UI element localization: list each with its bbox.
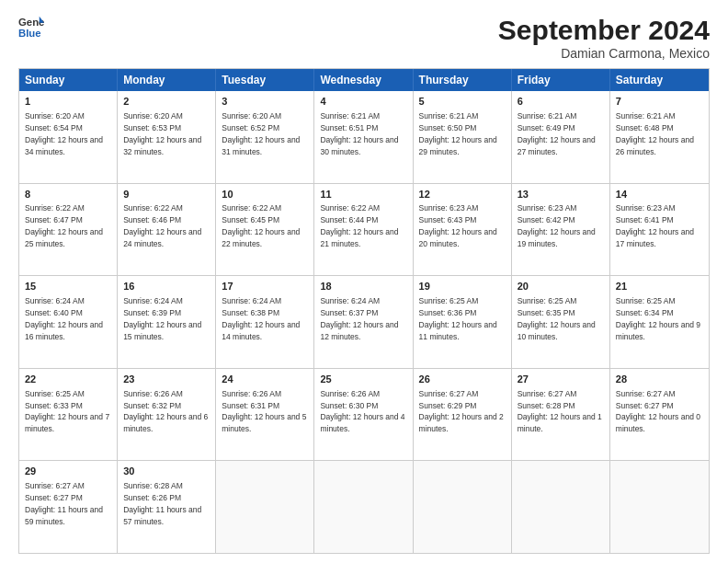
day-1: 1 Sunrise: 6:20 AMSunset: 6:54 PMDayligh… (19, 91, 118, 183)
col-monday: Monday (118, 69, 216, 91)
col-wednesday: Wednesday (314, 69, 413, 91)
empty-cell-3 (414, 461, 512, 553)
day-5: 5 Sunrise: 6:21 AMSunset: 6:50 PMDayligh… (414, 91, 512, 183)
day-15: 15 Sunrise: 6:24 AMSunset: 6:40 PMDaylig… (19, 276, 118, 368)
week-row-1: 1 Sunrise: 6:20 AMSunset: 6:54 PMDayligh… (19, 91, 709, 184)
calendar-header-row: Sunday Monday Tuesday Wednesday Thursday… (19, 69, 709, 91)
day-14: 14 Sunrise: 6:23 AMSunset: 6:41 PMDaylig… (610, 184, 709, 276)
day-8: 8 Sunrise: 6:22 AMSunset: 6:47 PMDayligh… (19, 184, 118, 276)
day-27: 27 Sunrise: 6:27 AMSunset: 6:28 PMDaylig… (512, 369, 610, 461)
empty-cell-2 (314, 461, 413, 553)
day-10: 10 Sunrise: 6:22 AMSunset: 6:45 PMDaylig… (216, 184, 314, 276)
calendar: Sunday Monday Tuesday Wednesday Thursday… (18, 68, 710, 554)
week-row-3: 15 Sunrise: 6:24 AMSunset: 6:40 PMDaylig… (19, 276, 709, 369)
col-sunday: Sunday (19, 69, 118, 91)
day-2: 2 Sunrise: 6:20 AMSunset: 6:53 PMDayligh… (118, 91, 216, 183)
logo: General Blue (18, 15, 44, 40)
empty-cell-1 (216, 461, 314, 553)
day-28: 28 Sunrise: 6:27 AMSunset: 6:27 PMDaylig… (610, 369, 709, 461)
day-25: 25 Sunrise: 6:26 AMSunset: 6:30 PMDaylig… (314, 369, 413, 461)
day-9: 9 Sunrise: 6:22 AMSunset: 6:46 PMDayligh… (118, 184, 216, 276)
page: General Blue September 2024 Damian Carmo… (0, 0, 728, 563)
day-13: 13 Sunrise: 6:23 AMSunset: 6:42 PMDaylig… (512, 184, 610, 276)
week-row-4: 22 Sunrise: 6:25 AMSunset: 6:33 PMDaylig… (19, 369, 709, 462)
empty-cell-4 (512, 461, 610, 553)
day-19: 19 Sunrise: 6:25 AMSunset: 6:36 PMDaylig… (414, 276, 512, 368)
col-friday: Friday (512, 69, 610, 91)
day-30: 30 Sunrise: 6:28 AMSunset: 6:26 PMDaylig… (118, 461, 216, 553)
col-tuesday: Tuesday (216, 69, 314, 91)
day-11: 11 Sunrise: 6:22 AMSunset: 6:44 PMDaylig… (314, 184, 413, 276)
day-6: 6 Sunrise: 6:21 AMSunset: 6:49 PMDayligh… (512, 91, 610, 183)
day-24: 24 Sunrise: 6:26 AMSunset: 6:31 PMDaylig… (216, 369, 314, 461)
day-12: 12 Sunrise: 6:23 AMSunset: 6:43 PMDaylig… (414, 184, 512, 276)
header: General Blue September 2024 Damian Carmo… (18, 15, 710, 61)
day-18: 18 Sunrise: 6:24 AMSunset: 6:37 PMDaylig… (314, 276, 413, 368)
day-23: 23 Sunrise: 6:26 AMSunset: 6:32 PMDaylig… (118, 369, 216, 461)
day-16: 16 Sunrise: 6:24 AMSunset: 6:39 PMDaylig… (118, 276, 216, 368)
day-4: 4 Sunrise: 6:21 AMSunset: 6:51 PMDayligh… (314, 91, 413, 183)
main-title: September 2024 (498, 15, 710, 46)
week-row-5: 29 Sunrise: 6:27 AMSunset: 6:27 PMDaylig… (19, 461, 709, 553)
col-saturday: Saturday (610, 69, 709, 91)
day-7: 7 Sunrise: 6:21 AMSunset: 6:48 PMDayligh… (610, 91, 709, 183)
day-17: 17 Sunrise: 6:24 AMSunset: 6:38 PMDaylig… (216, 276, 314, 368)
day-21: 21 Sunrise: 6:25 AMSunset: 6:34 PMDaylig… (610, 276, 709, 368)
calendar-body: 1 Sunrise: 6:20 AMSunset: 6:54 PMDayligh… (19, 91, 709, 553)
col-thursday: Thursday (414, 69, 512, 91)
day-22: 22 Sunrise: 6:25 AMSunset: 6:33 PMDaylig… (19, 369, 118, 461)
empty-cell-5 (610, 461, 709, 553)
svg-text:Blue: Blue (18, 28, 41, 39)
day-29: 29 Sunrise: 6:27 AMSunset: 6:27 PMDaylig… (19, 461, 118, 553)
subtitle: Damian Carmona, Mexico (498, 46, 710, 61)
day-3: 3 Sunrise: 6:20 AMSunset: 6:52 PMDayligh… (216, 91, 314, 183)
week-row-2: 8 Sunrise: 6:22 AMSunset: 6:47 PMDayligh… (19, 184, 709, 277)
day-20: 20 Sunrise: 6:25 AMSunset: 6:35 PMDaylig… (512, 276, 610, 368)
day-26: 26 Sunrise: 6:27 AMSunset: 6:29 PMDaylig… (414, 369, 512, 461)
logo-icon: General Blue (18, 15, 44, 40)
title-block: September 2024 Damian Carmona, Mexico (498, 15, 710, 61)
